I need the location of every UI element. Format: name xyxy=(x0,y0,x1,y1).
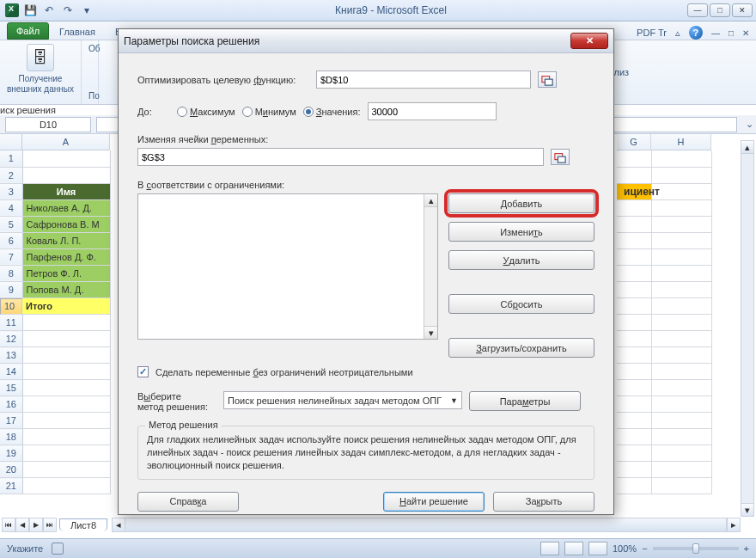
method-description-box: Метод решения Для гладких нелинейных зад… xyxy=(137,426,594,480)
title-bar: 💾 ↶ ↷ ▾ Книга9 - Microsoft Excel — □ ✕ xyxy=(0,0,756,21)
doc-restore-icon[interactable]: □ xyxy=(729,28,734,38)
edit-constraint-button[interactable]: Изменить xyxy=(448,222,594,242)
save-icon[interactable]: 💾 xyxy=(22,3,38,18)
close-window-button[interactable]: ✕ xyxy=(732,3,753,17)
dialog-titlebar[interactable]: Параметры поиска решения ✕ xyxy=(119,29,613,53)
view-normal-icon[interactable] xyxy=(540,542,559,555)
list-scroll-down-icon[interactable]: ▾ xyxy=(424,326,437,339)
objective-input[interactable] xyxy=(316,71,531,89)
qat-dropdown-icon[interactable]: ▾ xyxy=(79,3,94,18)
zoom-level[interactable]: 100% xyxy=(613,543,637,554)
dialog-title: Параметры поиска решения xyxy=(124,35,259,47)
excel-icon xyxy=(5,3,19,17)
help-button[interactable]: Справка xyxy=(137,492,239,512)
chevron-down-icon: ▼ xyxy=(450,396,458,405)
cell-a9[interactable]: Попова М. Д. xyxy=(22,281,110,297)
method-label: Выберите метод решения: xyxy=(137,391,216,412)
ribbon-min-icon[interactable]: ▵ xyxy=(675,28,680,39)
close-button[interactable]: Закрыть xyxy=(493,492,594,512)
sheet-nav-prev-icon[interactable]: ◀ xyxy=(15,518,29,532)
method-select[interactable]: Поиск решения нелинейных задач методом О… xyxy=(223,391,462,409)
sheet-nav-first-icon[interactable]: ⏮ xyxy=(2,518,15,532)
cell-a7[interactable]: Парфенов Д. Ф. xyxy=(22,248,110,265)
radio-max[interactable]: Максимум xyxy=(177,107,235,117)
database-icon: 🗄 xyxy=(27,44,54,71)
method-box-legend: Метод решения xyxy=(145,420,222,430)
tab-file[interactable]: Файл xyxy=(7,22,49,40)
parameters-button[interactable]: Параметры xyxy=(469,391,581,411)
tab-pdf[interactable]: PDF Tr xyxy=(637,28,667,38)
truncated-header-text: ициент xyxy=(624,186,660,198)
solver-dialog: Параметры поиска решения ✕ Оптимизироват… xyxy=(118,28,614,515)
value-input[interactable] xyxy=(368,102,497,120)
add-constraint-button[interactable]: Добавить xyxy=(448,193,594,213)
select-all-corner[interactable] xyxy=(0,134,22,150)
solve-button[interactable]: Найти решение xyxy=(383,492,485,512)
reset-button[interactable]: Сбросить xyxy=(448,294,594,314)
changing-cells-label: Изменяя ячейки переменных: xyxy=(137,134,594,144)
nonneg-label: Сделать переменные без ограничений неотр… xyxy=(155,367,413,377)
cell-a8[interactable]: Петров Ф. Л. xyxy=(22,265,110,281)
svg-rect-3 xyxy=(558,156,565,162)
scroll-right-icon[interactable]: ▸ xyxy=(727,518,740,531)
collapse-ref-icon xyxy=(554,151,566,163)
zoom-slider[interactable] xyxy=(653,547,739,550)
tab-home[interactable]: Главная xyxy=(50,23,105,40)
zoom-out-icon[interactable]: − xyxy=(642,543,647,554)
sheet-tab-bar: ⏮ ◀ ▶ ⏭ Лист8 xyxy=(2,518,107,532)
radio-min[interactable]: Минимум xyxy=(242,107,296,117)
status-mode: Укажите xyxy=(7,543,43,554)
vertical-scrollbar[interactable]: ▴ ▾ xyxy=(741,140,754,517)
dialog-close-button[interactable]: ✕ xyxy=(570,33,608,49)
delete-constraint-button[interactable]: Удалить xyxy=(448,250,594,270)
sheet-nav-last-icon[interactable]: ⏭ xyxy=(43,518,57,532)
doc-minimize-icon[interactable]: — xyxy=(711,28,720,38)
macro-record-icon[interactable] xyxy=(52,543,64,555)
cell-header-name[interactable]: Имя xyxy=(22,183,110,199)
maximize-button[interactable]: □ xyxy=(710,3,730,17)
constraints-label: В соответствии с ограничениями: xyxy=(137,180,594,190)
minimize-button[interactable]: — xyxy=(687,3,708,17)
quick-access-toolbar: 💾 ↶ ↷ ▾ xyxy=(0,3,94,18)
name-box[interactable]: D10 xyxy=(5,117,91,132)
scroll-down-icon[interactable]: ▾ xyxy=(741,503,753,516)
window-title: Книга9 - Microsoft Excel xyxy=(94,4,687,16)
undo-icon[interactable]: ↶ xyxy=(41,3,57,18)
constraints-listbox[interactable]: ▴ ▾ xyxy=(137,193,438,340)
col-header-h[interactable]: H xyxy=(651,134,711,150)
scroll-up-icon[interactable]: ▴ xyxy=(741,141,753,154)
sheet-tab[interactable]: Лист8 xyxy=(59,518,107,531)
view-pagebreak-icon[interactable] xyxy=(588,542,607,555)
col-header-a[interactable]: A xyxy=(22,134,110,150)
cell-a5[interactable]: Сафронова В. М xyxy=(22,216,110,232)
collapse-ref-icon xyxy=(541,74,553,86)
cell-a10-total[interactable]: Итого xyxy=(22,297,110,315)
zoom-in-icon[interactable]: + xyxy=(744,543,749,554)
objective-ref-button[interactable] xyxy=(538,71,557,88)
list-scroll-up-icon[interactable]: ▴ xyxy=(424,194,437,207)
to-label: До: xyxy=(137,107,170,117)
status-bar: Укажите 100% − + xyxy=(0,538,756,558)
load-save-button[interactable]: Загрузить/сохранить xyxy=(448,338,594,358)
doc-close-icon[interactable]: ✕ xyxy=(742,28,749,38)
changing-cells-input[interactable] xyxy=(137,148,544,166)
cell-a4[interactable]: Николаев А. Д. xyxy=(22,199,110,216)
nonneg-checkbox[interactable]: ✓ xyxy=(137,366,149,377)
listbox-scrollbar[interactable]: ▴ ▾ xyxy=(424,194,437,339)
sheet-nav-next-icon[interactable]: ▶ xyxy=(29,518,43,532)
cell-a6[interactable]: Коваль Л. П. xyxy=(22,232,110,248)
view-pagelayout-icon[interactable] xyxy=(564,542,583,555)
formula-expand-icon[interactable]: ⌄ xyxy=(742,119,756,130)
get-external-data-button[interactable]: 🗄 Получение внешних данных xyxy=(7,44,74,94)
objective-label: Оптимизировать целевую функцию: xyxy=(137,75,309,85)
changing-cells-ref-button[interactable] xyxy=(551,149,570,165)
help-icon[interactable]: ? xyxy=(689,26,703,40)
svg-rect-1 xyxy=(545,79,552,85)
method-description-text: Для гладких нелинейных задач используйте… xyxy=(147,433,585,472)
redo-icon[interactable]: ↷ xyxy=(60,3,76,18)
col-header-g[interactable]: G xyxy=(617,134,651,150)
radio-value[interactable]: Значения: xyxy=(303,107,361,117)
